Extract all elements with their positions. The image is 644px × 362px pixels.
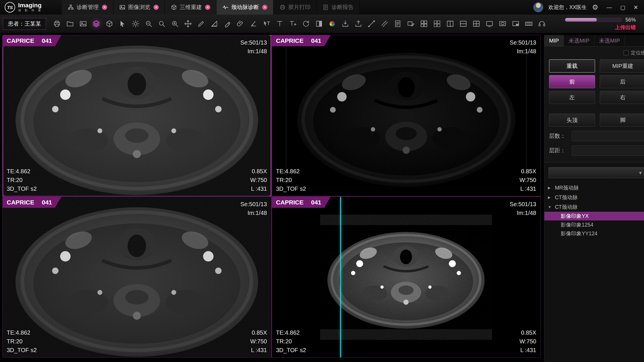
series-banner: CAPRICE041 bbox=[272, 35, 331, 46]
sidebar-tab-mip[interactable]: MIP bbox=[544, 35, 564, 46]
sidebar-tab-unselected-mip-1[interactable]: 未选MIP bbox=[564, 35, 594, 46]
viewport-top-right[interactable]: Se:501/13Im:1/48 TE:4.862TR:203D_TOF s2 … bbox=[272, 35, 541, 196]
report-icon[interactable] bbox=[391, 17, 404, 31]
locator-checkbox[interactable] bbox=[624, 50, 629, 55]
layers-icon[interactable] bbox=[90, 17, 103, 31]
layout-grid-icon[interactable] bbox=[470, 17, 483, 31]
tab-film-print[interactable]: 胶片打印 bbox=[274, 0, 317, 15]
image-icon bbox=[119, 4, 126, 10]
tab-close-icon[interactable]: ✕ bbox=[102, 5, 107, 10]
overlay-window-info: 0.85XW:750L :431 bbox=[250, 328, 267, 354]
right-sidebar: MIP 未选MIP 未选MIP » 定位线 重载 MIP重建 前 后 左 右 bbox=[544, 35, 644, 362]
tab-3d-reconstruction[interactable]: 三维重建 ✕ bbox=[165, 0, 216, 15]
marker-icon[interactable] bbox=[221, 17, 234, 31]
overlay-window-info: 0.85XW:750L :431 bbox=[520, 328, 536, 354]
tree-item-mr-carotid[interactable]: ▶ MR颈动脉 bbox=[544, 183, 644, 193]
direction-left-button[interactable]: 左 bbox=[549, 91, 595, 104]
download-icon[interactable] bbox=[339, 17, 352, 31]
open-folder-icon[interactable] bbox=[64, 17, 76, 31]
tab-close-icon[interactable]: ✕ bbox=[153, 5, 159, 10]
film-strip-icon[interactable] bbox=[523, 17, 535, 31]
split-horizontal-icon[interactable] bbox=[457, 17, 470, 31]
tab-diagnosis-management[interactable]: 诊断管理 ✕ bbox=[62, 0, 113, 15]
layer-count-input[interactable] bbox=[572, 131, 644, 141]
tab-close-icon[interactable]: ✕ bbox=[205, 5, 210, 10]
tab-label: 诊断报告 bbox=[331, 3, 354, 11]
ruler-icon[interactable] bbox=[208, 17, 220, 31]
tree-collapsed-icon[interactable]: ▶ bbox=[548, 195, 552, 199]
tree-item-label: MR颈动脉 bbox=[555, 184, 579, 191]
tree-child-impression-yy124[interactable]: 影像印象YY124 bbox=[544, 229, 644, 238]
grid-4x4-icon[interactable] bbox=[418, 17, 430, 31]
series-dropdown[interactable]: ▼ bbox=[548, 167, 644, 178]
screen-oval-icon[interactable] bbox=[496, 17, 509, 31]
tab-carotid-diagnosis[interactable]: 颈动脉诊断 ✕ bbox=[216, 0, 274, 15]
tree-collapsed-icon[interactable]: ▶ bbox=[548, 186, 552, 190]
split-vertical-icon[interactable] bbox=[444, 17, 456, 31]
annotate-image-icon[interactable] bbox=[405, 17, 417, 31]
upload-error-text: 上传出错 bbox=[615, 24, 636, 31]
brightness-icon[interactable] bbox=[129, 17, 142, 31]
viewport-bottom-right[interactable]: CAPRICE041 Se:501/13Im:1/48 TE:4.862TR:2… bbox=[272, 197, 541, 358]
tree-item-ct-carotid-1[interactable]: ▶ CT颈动脉 bbox=[544, 193, 644, 202]
attachment-icon[interactable] bbox=[234, 17, 247, 31]
tab-diagnosis-report[interactable]: 诊断报告 bbox=[317, 0, 360, 15]
viewport-top-left[interactable]: CAPRICE041 Se:501/13Im:1/48 TE:4.862TR:2… bbox=[3, 35, 271, 196]
tree-item-ct-carotid-2[interactable]: ▼ CT颈动脉 bbox=[544, 202, 644, 212]
sidebar-collapse-icon[interactable]: » bbox=[640, 35, 644, 46]
color-wheel-icon[interactable] bbox=[326, 17, 338, 31]
magnifier-icon[interactable] bbox=[156, 17, 168, 31]
cursor-icon[interactable] bbox=[116, 17, 129, 31]
pointer-text-icon[interactable] bbox=[260, 17, 273, 31]
zoom-out-icon[interactable] bbox=[142, 17, 155, 31]
screen-corner-icon[interactable] bbox=[509, 17, 522, 31]
print-icon[interactable] bbox=[51, 17, 63, 31]
patient-field[interactable]: 患者：王某某 bbox=[3, 18, 46, 30]
maximize-button[interactable]: ▢ bbox=[620, 4, 625, 11]
close-button[interactable]: ✕ bbox=[634, 4, 638, 11]
pan-icon[interactable] bbox=[182, 17, 194, 31]
direction-head-button[interactable]: 头顶 bbox=[549, 114, 595, 127]
screen-single-icon[interactable] bbox=[483, 17, 496, 31]
logo-subtitle: 清 影 华 康 bbox=[18, 8, 42, 13]
sidebar-tab-unselected-mip-2[interactable]: 未选MIP bbox=[594, 35, 625, 46]
layer-spacing-input[interactable] bbox=[572, 145, 644, 156]
invert-icon[interactable] bbox=[313, 17, 325, 31]
line-measure-icon[interactable] bbox=[365, 17, 378, 31]
grid-2x2-icon[interactable] bbox=[431, 17, 443, 31]
image-browse-icon[interactable] bbox=[77, 17, 89, 31]
direction-front-button[interactable]: 前 bbox=[549, 75, 595, 88]
parallel-measure-icon[interactable] bbox=[378, 17, 391, 31]
direction-back-button[interactable]: 后 bbox=[600, 75, 644, 88]
angle-measure-icon[interactable] bbox=[247, 17, 260, 31]
settings-gear-icon[interactable]: ⚙ bbox=[592, 3, 599, 11]
app-window: TS Imaging 清 影 华 康 诊断管理 ✕ 图像浏览 ✕ 三维重建 ✕ bbox=[0, 0, 644, 362]
logo-icon: TS bbox=[5, 2, 15, 13]
mip-rebuild-button[interactable]: MIP重建 bbox=[600, 59, 644, 73]
titlebar-right: 欢迎您，XX医生 ⚙ — ▢ ✕ bbox=[533, 0, 644, 15]
overlay-window-info: 0.85XW:750L :431 bbox=[520, 167, 536, 193]
direction-right-button[interactable]: 右 bbox=[600, 91, 644, 104]
tab-close-icon[interactable]: ✕ bbox=[262, 5, 267, 10]
tree-item-label: CT颈动脉 bbox=[555, 194, 578, 201]
window-controls: — ▢ ✕ bbox=[606, 4, 638, 11]
text-add-icon[interactable] bbox=[287, 17, 299, 31]
tree-child-impression-1254[interactable]: 影像印象1254 bbox=[544, 220, 644, 229]
zoom-in-icon[interactable] bbox=[169, 17, 181, 31]
tree-child-impression-yx[interactable]: 影像印象YX bbox=[544, 212, 644, 220]
cube-3d-icon[interactable] bbox=[103, 17, 116, 31]
locator-line[interactable] bbox=[340, 197, 341, 358]
tree-expanded-icon[interactable]: ▼ bbox=[548, 205, 552, 209]
viewport-bottom-left[interactable]: CAPRICE041 Se:501/13Im:1/48 TE:4.862TR:2… bbox=[3, 197, 271, 358]
minimize-button[interactable]: — bbox=[606, 4, 612, 11]
reload-button[interactable]: 重载 bbox=[549, 59, 595, 73]
text-icon[interactable] bbox=[274, 17, 286, 31]
upload-icon[interactable] bbox=[352, 17, 365, 31]
pencil-icon[interactable] bbox=[195, 17, 207, 31]
tab-image-browse[interactable]: 图像浏览 ✕ bbox=[113, 0, 165, 15]
support-icon[interactable] bbox=[536, 17, 548, 31]
user-avatar[interactable] bbox=[533, 2, 543, 12]
rotate-icon[interactable] bbox=[300, 17, 312, 31]
direction-foot-button[interactable]: 脚 bbox=[600, 114, 644, 127]
cube-icon bbox=[171, 4, 177, 10]
